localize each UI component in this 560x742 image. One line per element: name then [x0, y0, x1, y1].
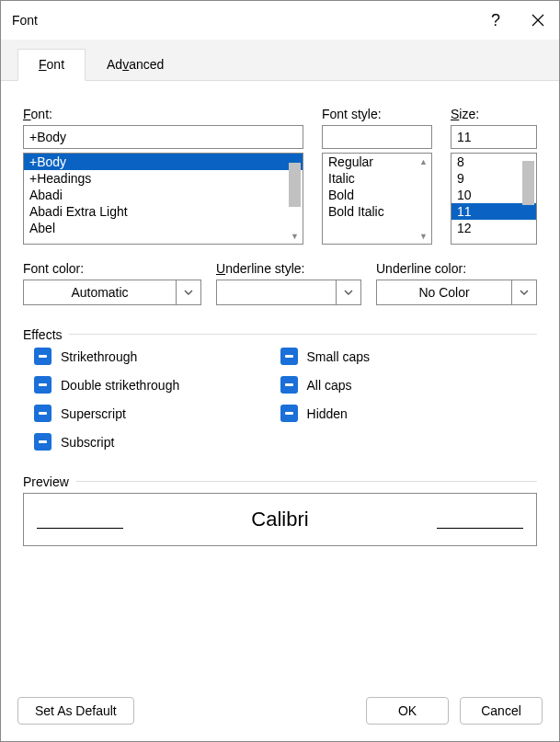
help-icon: ? [491, 11, 500, 30]
underline-color-value[interactable]: No Color [376, 280, 511, 305]
size-column: Size: 8 9 10 11 12 [451, 107, 537, 245]
underline-color-dropdown[interactable]: No Color [376, 280, 537, 305]
size-input[interactable] [451, 125, 537, 149]
subscript-option[interactable]: Subscript [34, 433, 280, 451]
small-caps-label: Small caps [307, 349, 370, 364]
hidden-option[interactable]: Hidden [280, 405, 527, 422]
checkbox-indeterminate-icon[interactable] [34, 376, 51, 394]
underline-style-dropdown[interactable] [216, 280, 361, 305]
font-style-label: Font style: [322, 107, 432, 121]
tab-strip: Font Advanced [1, 40, 559, 81]
subscript-label: Subscript [61, 435, 114, 450]
scroll-thumb[interactable] [289, 163, 301, 207]
font-color-label: Font color: [23, 261, 201, 276]
checkbox-indeterminate-icon[interactable] [34, 405, 51, 422]
hidden-label: Hidden [307, 406, 348, 421]
underline-style-label: Underline style: [216, 261, 361, 276]
superscript-label: Superscript [61, 406, 126, 421]
font-selection-row: Font: +Body +Headings Abadi Abadi Extra … [23, 107, 537, 245]
font-listbox[interactable]: +Body +Headings Abadi Abadi Extra Light … [23, 153, 303, 245]
preview-box: Calibri [23, 493, 537, 546]
size-label: Size: [451, 107, 537, 121]
checkbox-indeterminate-icon[interactable] [280, 376, 298, 394]
font-color-value[interactable]: Automatic [23, 280, 176, 305]
tab-font[interactable]: Font [17, 49, 86, 81]
font-column: Font: +Body +Headings Abadi Abadi Extra … [23, 107, 303, 245]
font-style-listbox[interactable]: Regular Italic Bold Bold Italic ▲ ▼ [322, 153, 432, 245]
list-item[interactable]: +Body [24, 154, 303, 170]
preview-text: Calibri [251, 508, 308, 531]
list-item[interactable]: Abel [24, 220, 303, 236]
small-caps-option[interactable]: Small caps [280, 348, 527, 365]
chevron-down-icon[interactable] [336, 280, 361, 305]
dialog-button-row: Set As Default OK Cancel [1, 686, 559, 741]
checkbox-indeterminate-icon[interactable] [34, 433, 51, 451]
scrollbar[interactable]: ▼ [287, 154, 303, 244]
underline-color-label: Underline color: [376, 261, 537, 276]
dialog-title: Font [12, 13, 38, 28]
checkbox-indeterminate-icon[interactable] [280, 405, 298, 422]
underline-style-column: Underline style: [216, 261, 361, 305]
color-underline-row: Font color: Automatic Underline style: U… [23, 261, 537, 305]
preview-fieldset: Preview Calibri [23, 474, 537, 546]
superscript-option[interactable]: Superscript [34, 405, 280, 422]
list-item[interactable]: Abadi [24, 187, 303, 203]
preview-legend: Preview [23, 474, 537, 489]
double-strikethrough-label: Double strikethrough [61, 378, 179, 393]
font-style-input[interactable] [322, 125, 432, 149]
strikethrough-option[interactable]: Strikethrough [34, 348, 280, 365]
close-button[interactable] [517, 1, 559, 40]
help-button[interactable]: ? [474, 1, 517, 40]
all-caps-label: All caps [307, 378, 352, 393]
underline-color-column: Underline color: No Color [376, 261, 537, 305]
font-style-column: Font style: Regular Italic Bold Bold Ita… [322, 107, 432, 245]
ok-button[interactable]: OK [366, 697, 449, 725]
size-listbox[interactable]: 8 9 10 11 12 [451, 153, 537, 245]
tab-advanced[interactable]: Advanced [86, 49, 185, 80]
font-color-dropdown[interactable]: Automatic [23, 280, 201, 305]
font-label: Font: [23, 107, 303, 121]
cancel-button[interactable]: Cancel [460, 697, 543, 725]
scrollbar[interactable] [520, 154, 536, 244]
chevron-down-icon[interactable] [176, 280, 201, 305]
font-color-column: Font color: Automatic [23, 261, 201, 305]
underline-style-value[interactable] [216, 280, 336, 305]
scrollbar[interactable]: ▲ ▼ [416, 154, 431, 244]
strikethrough-label: Strikethrough [61, 349, 137, 364]
close-icon [531, 13, 545, 28]
set-as-default-button[interactable]: Set As Default [17, 697, 134, 725]
effects-fieldset: Effects Strikethrough Double strikethrou… [23, 327, 537, 451]
font-dialog: Font ? Font Advanced Font: +Body +Headin… [0, 0, 560, 742]
titlebar: Font ? [1, 1, 559, 40]
effects-legend: Effects [23, 327, 537, 342]
dialog-content: Font: +Body +Headings Abadi Abadi Extra … [1, 81, 559, 686]
scroll-down-icon[interactable]: ▼ [287, 228, 303, 244]
font-input[interactable] [23, 125, 303, 149]
preview-rule-right [437, 528, 523, 529]
preview-rule-left [37, 528, 123, 529]
checkbox-indeterminate-icon[interactable] [34, 348, 51, 365]
list-item[interactable]: Abadi Extra Light [24, 203, 303, 220]
all-caps-option[interactable]: All caps [280, 376, 527, 394]
scroll-up-icon[interactable]: ▲ [416, 154, 431, 169]
chevron-down-icon[interactable] [511, 280, 537, 305]
checkbox-indeterminate-icon[interactable] [280, 348, 298, 365]
list-item[interactable]: +Headings [24, 170, 303, 187]
double-strikethrough-option[interactable]: Double strikethrough [34, 376, 280, 394]
scroll-thumb[interactable] [522, 161, 534, 205]
scroll-down-icon[interactable]: ▼ [416, 228, 431, 244]
